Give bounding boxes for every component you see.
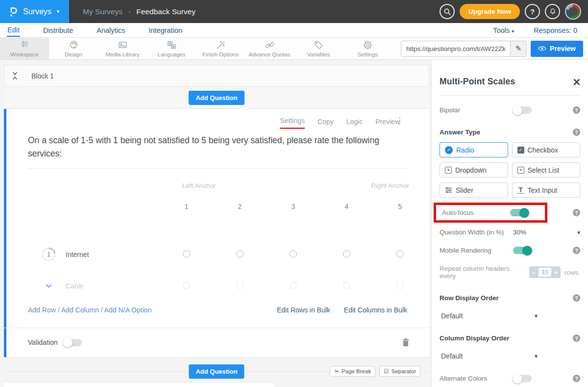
responses-count[interactable]: Responses: 0 [534, 26, 577, 34]
surveys-menu[interactable]: Surveys ▾ [0, 0, 69, 23]
column-header[interactable]: 1 [160, 203, 213, 210]
edit-rows-bulk-link[interactable]: Edit Rows in Bulk [277, 306, 330, 314]
chevron-down-icon: ▾ [535, 312, 538, 319]
plus-button[interactable]: + [552, 269, 561, 276]
repeat-headers-value[interactable]: 10 [539, 268, 551, 277]
tab-distribute[interactable]: Distribute [43, 25, 74, 36]
toolbar-workspace[interactable]: Workspace [0, 38, 49, 59]
question-tab-copy[interactable]: Copy [318, 118, 334, 129]
radio-button[interactable] [290, 250, 297, 258]
row-display-order-select[interactable]: Default ▾ [440, 312, 538, 320]
question-tab-logic[interactable]: Logic [346, 118, 363, 129]
toolbar-variables[interactable]: Variables [294, 38, 343, 59]
help-icon[interactable]: ? [573, 129, 580, 136]
auto-focus-toggle[interactable] [510, 209, 529, 216]
delete-question-button[interactable] [402, 338, 410, 347]
toolbar-finish-options[interactable]: Finish Options [196, 38, 245, 59]
chevron-down-icon[interactable]: ▾ [577, 229, 580, 236]
row-label[interactable]: Cable [66, 282, 84, 290]
collapse-icon [11, 72, 19, 80]
question-width-label: Question Width (in %) [440, 229, 513, 236]
add-row-link[interactable]: Add Row [28, 306, 56, 314]
collapse-block-button[interactable] [11, 72, 19, 80]
add-question-button-top[interactable]: Add Question [189, 91, 244, 105]
help-icon[interactable]: ? [573, 294, 580, 302]
divider [440, 95, 580, 96]
add-question-button-bottom[interactable]: Add Question [189, 364, 244, 379]
toolbar-advance-quotas[interactable]: Advance Quotas [245, 38, 294, 59]
row-label[interactable]: Internet [66, 251, 89, 258]
preview-button[interactable]: Preview [531, 41, 583, 57]
palette-icon [68, 40, 79, 51]
column-header[interactable]: 5 [373, 203, 427, 210]
add-na-option-link[interactable]: Add N/A Option [104, 306, 152, 314]
answer-type-checkbox[interactable]: ✓Checkbox [512, 142, 581, 157]
canvas-bottom [4, 383, 274, 387]
right-anchor-label[interactable]: Right Anchor [351, 182, 429, 189]
answer-type-radio[interactable]: ✓Radio [440, 142, 508, 157]
column-header[interactable]: 3 [267, 203, 320, 210]
answer-type-text-input[interactable]: TText Input [512, 182, 581, 198]
question-width-value[interactable]: 30% [513, 229, 526, 236]
question-number-badge: 1 [39, 245, 58, 264]
toolbar-settings[interactable]: Settings [343, 38, 392, 59]
radio-button[interactable] [290, 282, 297, 289]
bipolar-toggle[interactable] [513, 106, 532, 114]
question-tab-settings[interactable]: Settings [280, 117, 305, 129]
tools-menu[interactable]: Tools ▾ [493, 26, 514, 34]
help-button[interactable]: ? [525, 4, 540, 19]
tab-analytics[interactable]: Analytics [96, 25, 125, 36]
bipolar-row: Bipolar ? [440, 106, 580, 114]
toolbar-design[interactable]: Design [49, 38, 98, 59]
answer-type-dropdown[interactable]: ▾Dropdown [440, 162, 508, 178]
row-expand-button[interactable] [42, 284, 55, 288]
help-icon[interactable]: ? [573, 375, 580, 382]
left-anchor-label[interactable]: Left Anchor [160, 182, 238, 189]
toolbar-media-library[interactable]: Media Library [98, 38, 147, 59]
edit-columns-bulk-link[interactable]: Edit Columns in Bulk [344, 306, 407, 314]
radio-button[interactable] [396, 282, 404, 289]
magic-wand-icon [215, 40, 226, 51]
radio-button[interactable] [236, 282, 244, 289]
help-icon[interactable]: ? [573, 106, 580, 114]
tag-icon [313, 40, 324, 51]
add-column-link[interactable]: Add Column [61, 306, 99, 314]
help-icon[interactable]: ? [573, 209, 580, 216]
notifications-button[interactable] [545, 4, 560, 19]
breadcrumb-my-surveys[interactable]: My Surveys [83, 7, 122, 16]
radio-button[interactable] [183, 250, 190, 258]
block-title[interactable]: Block 1 [31, 72, 54, 80]
tab-edit[interactable]: Edit [7, 24, 20, 37]
validation-toggle[interactable] [63, 339, 82, 346]
answer-type-select-list[interactable]: ▾Select List [512, 162, 581, 178]
answer-type-slider[interactable]: Slider [440, 182, 508, 198]
search-button[interactable] [440, 4, 455, 19]
radio-button[interactable] [183, 282, 190, 289]
radio-button[interactable] [236, 250, 244, 258]
mobile-rendering-toggle[interactable] [513, 247, 532, 254]
checkbox-icon: ☑ [384, 368, 389, 375]
help-icon[interactable]: ? [573, 247, 580, 254]
separator-button[interactable]: ☑Separator [379, 366, 420, 377]
radio-button[interactable] [343, 282, 350, 289]
avatar[interactable] [565, 3, 581, 20]
question-more-menu[interactable]: ⋮ [395, 116, 404, 126]
table-row-cable: Cable [42, 282, 427, 290]
minus-button[interactable]: – [529, 269, 538, 276]
column-header[interactable]: 2 [213, 203, 267, 210]
page-break-button[interactable]: ✂Page Break [330, 366, 375, 377]
toolbar-languages[interactable]: Languages [147, 38, 196, 59]
column-display-order-select[interactable]: Default ▾ [440, 352, 538, 360]
survey-url-input[interactable] [401, 41, 510, 56]
radio-button[interactable] [396, 250, 404, 258]
upgrade-now-button[interactable]: Upgrade Now [460, 4, 520, 19]
tab-integration[interactable]: Integration [148, 25, 183, 36]
alternate-colors-toggle[interactable] [513, 375, 532, 382]
content: Block 1 Add Question Settings Copy Logic… [0, 60, 588, 387]
edit-url-button[interactable]: ✎ [510, 41, 526, 56]
question-text[interactable]: On a scale of 1-5 with 1 being not satis… [28, 134, 410, 160]
close-icon[interactable]: × [573, 77, 580, 86]
help-icon[interactable]: ? [573, 335, 580, 342]
column-header[interactable]: 4 [320, 203, 373, 210]
radio-button[interactable] [343, 250, 350, 258]
